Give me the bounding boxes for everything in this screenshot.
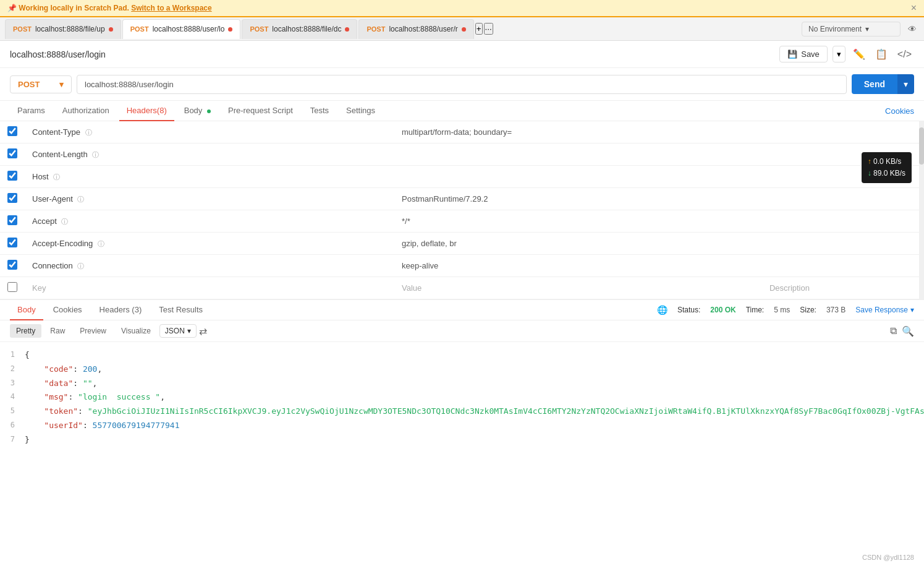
header-key-1: Content-Length ⓘ: [25, 144, 394, 166]
json-content: "userId": 557700679194777941: [25, 419, 179, 432]
header-checkbox-2[interactable]: [7, 171, 17, 181]
header-value-4: */*: [394, 210, 762, 233]
tab-settings[interactable]: Settings: [339, 101, 383, 121]
empty-desc-cell[interactable]: Description: [762, 277, 924, 299]
format-selector[interactable]: JSON ▾: [159, 324, 197, 338]
header-key-3: User-Agent ⓘ: [25, 188, 394, 210]
add-tab-button[interactable]: +: [475, 23, 483, 35]
environment-selector[interactable]: No Environment ▾: [802, 22, 901, 36]
tab-tests[interactable]: Tests: [303, 101, 336, 121]
tab-body[interactable]: Body: [177, 101, 218, 121]
banner-switch-link[interactable]: Switch to a Workspace: [131, 4, 211, 12]
save-chevron-button[interactable]: ▾: [833, 46, 846, 62]
header-checkbox-3[interactable]: [7, 193, 17, 203]
header-desc-5: [762, 233, 924, 255]
tab-method-1: POST: [13, 25, 32, 33]
header-checkbox-6[interactable]: [7, 260, 17, 270]
env-settings-icon[interactable]: 👁: [905, 22, 919, 36]
format-bar: Pretty Raw Preview Visualize JSON ▾ ⇄ ⧉ …: [0, 320, 924, 342]
info-icon-1[interactable]: ⓘ: [92, 151, 99, 158]
save-response-button[interactable]: Save Response ▾: [855, 306, 914, 314]
scrollbar-track[interactable]: [919, 121, 924, 299]
tab-file-upload[interactable]: POST localhost:8888/file/up: [5, 19, 121, 39]
header-checkbox-0[interactable]: [7, 126, 17, 136]
line-number: 5: [0, 405, 25, 418]
fmt-tab-pretty[interactable]: Pretty: [10, 324, 41, 338]
status-value: 200 OK: [710, 306, 735, 314]
env-label: No Environment: [808, 25, 862, 33]
empty-key-cell[interactable]: Key: [25, 277, 394, 299]
send-button-group: Send ▾: [852, 74, 914, 94]
json-content: {: [25, 349, 30, 362]
size-value: 373 B: [826, 306, 846, 314]
json-line: 4 "msg": "login success ",: [0, 390, 924, 405]
tab-user-r[interactable]: POST localhost:8888/user/r: [358, 19, 473, 39]
header-key-6: Connection ⓘ: [25, 255, 394, 277]
send-main-button[interactable]: Send: [852, 74, 897, 94]
url-input[interactable]: [77, 75, 847, 94]
table-row: Content-Type ⓘ multipart/form-data; boun…: [0, 121, 924, 144]
fmt-tab-visualize[interactable]: Visualize: [115, 324, 157, 338]
resp-tab-headers[interactable]: Headers (3): [92, 300, 150, 320]
line-number: 2: [0, 363, 25, 376]
empty-value-cell[interactable]: Value: [394, 277, 762, 299]
info-icon-0[interactable]: ⓘ: [85, 129, 92, 136]
json-line: 2 "code": 200,: [0, 362, 924, 377]
header-checkbox-4[interactable]: [7, 215, 17, 225]
header-desc-3: [762, 188, 924, 210]
tab-file-dc[interactable]: POST localhost:8888/file/dc: [242, 19, 357, 39]
info-icon-4[interactable]: ⓘ: [61, 218, 68, 225]
method-selector[interactable]: POST ▾: [10, 75, 72, 93]
empty-checkbox[interactable]: [7, 282, 17, 292]
table-row: Host ⓘ: [0, 166, 924, 188]
json-line: 3 "data": "",: [0, 377, 924, 391]
tab-headers[interactable]: Headers(8): [119, 101, 174, 121]
copy-icon[interactable]: 📋: [873, 46, 890, 62]
json-body: 1{2 "code": 200,3 "data": "",4 "msg": "l…: [0, 342, 924, 453]
tab-user-login[interactable]: POST localhost:8888/user/lo: [122, 19, 241, 39]
cookies-link[interactable]: Cookies: [885, 101, 914, 121]
filter-icon[interactable]: ⇄: [199, 325, 207, 337]
header-checkbox-1[interactable]: [7, 148, 17, 158]
tab-method-4: POST: [367, 25, 385, 33]
info-icon-2[interactable]: ⓘ: [53, 173, 60, 181]
tab-authorization[interactable]: Authorization: [55, 101, 117, 121]
upload-speed: 0.0 KB/s: [873, 157, 901, 166]
copy-response-icon[interactable]: ⧉: [890, 325, 897, 337]
send-chevron-button[interactable]: ▾: [897, 74, 914, 94]
scrollbar-thumb[interactable]: [919, 127, 924, 165]
banner-close-button[interactable]: ×: [911, 2, 917, 14]
upload-arrow-icon: ↑: [868, 157, 873, 166]
tab-params[interactable]: Params: [10, 101, 53, 121]
info-icon-3[interactable]: ⓘ: [77, 195, 84, 203]
top-banner: 📌 Working locally in Scratch Pad. Switch…: [0, 0, 924, 17]
edit-icon[interactable]: ✏️: [850, 46, 868, 62]
tab-dot-3: [345, 27, 349, 32]
tab-prerequest[interactable]: Pre-request Script: [221, 101, 300, 121]
line-number: 3: [0, 377, 25, 390]
info-icon-5[interactable]: ⓘ: [98, 240, 104, 247]
resp-tab-test-results[interactable]: Test Results: [151, 300, 210, 320]
search-response-icon[interactable]: 🔍: [902, 325, 914, 337]
tab-headers-badge: (8): [157, 106, 167, 115]
table-row: Content-Length ⓘ: [0, 144, 924, 166]
more-tabs-button[interactable]: ···: [484, 23, 493, 35]
info-icon-6[interactable]: ⓘ: [77, 262, 84, 270]
code-icon[interactable]: </>: [895, 46, 914, 62]
fmt-tab-preview[interactable]: Preview: [74, 324, 112, 338]
save-button[interactable]: 💾 Save: [779, 46, 828, 62]
header-checkbox-5[interactable]: [7, 238, 17, 247]
json-content: "data": "",: [25, 377, 97, 390]
tab-method-3: POST: [250, 25, 268, 33]
resp-tab-body[interactable]: Body: [10, 300, 43, 320]
resp-tab-cookies[interactable]: Cookies: [46, 300, 90, 320]
tab-url-3: localhost:8888/file/dc: [272, 25, 341, 33]
table-row: Connection ⓘ keep-alive: [0, 255, 924, 277]
format-actions: ⧉ 🔍: [890, 325, 914, 337]
fmt-tab-raw[interactable]: Raw: [44, 324, 71, 338]
json-line: 7}: [0, 433, 924, 447]
banner-icon: 📌: [7, 4, 17, 12]
empty-header-row: Key Value Description: [0, 277, 924, 299]
tab-url-1: localhost:8888/file/up: [35, 25, 105, 33]
response-tabs: Body Cookies Headers (3) Test Results 🌐 …: [0, 300, 924, 320]
